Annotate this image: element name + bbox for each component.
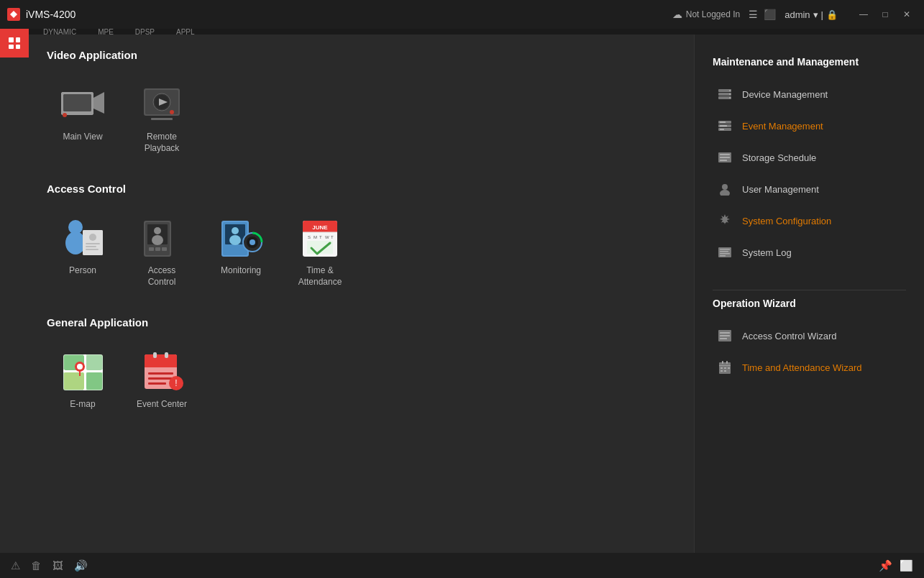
svg-rect-52 [86, 355, 102, 370]
time-attendance-wizard-label: Time and Attendance Wizard [742, 362, 861, 373]
video-application-section: Video Application Main Vie [43, 49, 680, 161]
access-control-section: Access Control [43, 183, 680, 295]
bottom-bar: ⚠ 🗑 🖼 🔊 📌 ⬜ [0, 553, 924, 578]
svg-rect-88 [720, 253, 730, 254]
device-management-icon [716, 86, 733, 103]
svg-rect-93 [720, 338, 727, 339]
system-log-item[interactable]: System Log [713, 237, 906, 268]
event-center-app[interactable]: ! Event Center [126, 343, 198, 418]
time-attendance-app[interactable]: JUNE S M T W T [284, 209, 356, 295]
camera-icon [58, 85, 108, 124]
svg-rect-18 [86, 243, 100, 244]
main-view-app[interactable]: Main View [47, 75, 119, 161]
svg-rect-79 [720, 154, 730, 155]
restore-button[interactable]: □ [875, 4, 895, 24]
svg-point-70 [729, 93, 731, 95]
device-management-item[interactable]: Device Management [713, 78, 906, 110]
emap-icon-container [58, 350, 108, 393]
svg-rect-75 [720, 121, 726, 123]
expand-icon[interactable]: ⬜ [900, 559, 913, 572]
monitoring-app[interactable]: Monitoring [205, 209, 277, 295]
svg-text:T: T [319, 235, 322, 239]
separator: | [821, 9, 823, 20]
cloud-status-label: Not Logged In [686, 9, 740, 19]
time-attendance-wizard-item[interactable]: Time and Attendance Wizard [713, 352, 906, 383]
pin-icon[interactable]: 📌 [879, 559, 892, 572]
remote-playback-icon-container [137, 83, 187, 126]
calendar-icon: JUNE S M T W T [297, 217, 344, 259]
speaker-icon[interactable]: 🔊 [74, 559, 88, 572]
time-attendance-wizard-icon [716, 359, 733, 376]
svg-text:T: T [331, 235, 334, 239]
user-management-item[interactable]: User Management [713, 173, 906, 205]
left-panel: Video Application Main Vie [0, 35, 694, 578]
svg-point-82 [722, 184, 728, 190]
svg-rect-76 [720, 125, 727, 127]
top-strip: DYNAMIC MPE DPSP APPL [0, 29, 924, 35]
win-controls: — □ ✕ [854, 4, 917, 24]
system-log-icon [716, 244, 733, 261]
svg-rect-91 [720, 332, 730, 334]
emap-label: E-map [70, 399, 95, 410]
trash-icon[interactable]: 🗑 [31, 559, 42, 572]
svg-rect-59 [153, 352, 157, 358]
remote-playback-label: Remote Playback [133, 132, 191, 154]
svg-rect-95 [722, 361, 723, 364]
event-management-label: Event Management [742, 121, 823, 132]
app-title: iVMS-4200 [26, 9, 76, 20]
app-logo [7, 8, 20, 21]
svg-rect-12 [151, 118, 173, 120]
svg-text:JUNE: JUNE [312, 224, 328, 231]
svg-rect-98 [721, 367, 723, 369]
menu-icon[interactable]: ☰ [749, 9, 758, 20]
svg-rect-28 [162, 247, 167, 251]
event-icon: ! [139, 351, 186, 393]
person-app[interactable]: Person [47, 209, 119, 295]
svg-rect-87 [720, 251, 728, 252]
cloud-icon: ☁ [672, 9, 682, 20]
svg-rect-61 [148, 372, 173, 375]
person-icon-container [58, 216, 108, 260]
svg-text:S: S [308, 235, 311, 239]
svg-marker-2 [93, 92, 104, 114]
titlebar-icons: ☰ ⬛ [749, 9, 776, 20]
minimize-button[interactable]: — [854, 4, 874, 24]
operation-wizard-section: Operation Wizard Access Control Wizard [713, 298, 906, 383]
cloud-status[interactable]: ☁ Not Logged In [672, 9, 740, 20]
person-icon [60, 217, 106, 259]
system-configuration-item[interactable]: System Configuration [713, 205, 906, 237]
remote-playback-app[interactable]: Remote Playback [126, 75, 198, 161]
storage-schedule-icon [716, 149, 733, 166]
main-view-label: Main View [63, 132, 102, 143]
svg-rect-26 [149, 247, 154, 251]
general-application-section: General Application [43, 316, 680, 418]
access-control-wizard-item[interactable]: Access Control Wizard [713, 320, 906, 352]
system-configuration-label: System Configuration [742, 216, 831, 226]
event-center-icon-container: ! [137, 350, 187, 393]
svg-rect-89 [720, 255, 726, 257]
access-apps-grid: Person [43, 209, 680, 295]
close-button[interactable]: ✕ [897, 4, 917, 24]
svg-rect-97 [719, 365, 731, 366]
warning-icon[interactable]: ⚠ [11, 559, 20, 572]
svg-text:M: M [314, 235, 317, 239]
main-container: Video Application Main Vie [0, 35, 924, 578]
admin-section[interactable]: admin ▾ | 🔒 [785, 9, 838, 20]
svg-rect-58 [145, 364, 177, 367]
svg-point-33 [229, 235, 241, 245]
svg-rect-92 [720, 335, 730, 336]
svg-rect-100 [728, 367, 730, 369]
access-control-app[interactable]: Access Control [126, 209, 198, 295]
svg-text:!: ! [175, 378, 177, 388]
monitor-icon[interactable]: ⬛ [764, 9, 776, 20]
storage-schedule-item[interactable]: Storage Schedule [713, 142, 906, 173]
map-icon [60, 351, 106, 393]
svg-rect-60 [165, 352, 168, 358]
event-management-item[interactable]: Event Management [713, 110, 906, 142]
time-attendance-icon-container: JUNE S M T W T [295, 216, 345, 260]
svg-point-69 [729, 90, 731, 91]
menu-grid-button[interactable] [0, 29, 29, 58]
emap-app[interactable]: E-map [47, 343, 119, 418]
general-application-title: General Application [43, 316, 680, 329]
image-icon[interactable]: 🖼 [52, 559, 63, 572]
